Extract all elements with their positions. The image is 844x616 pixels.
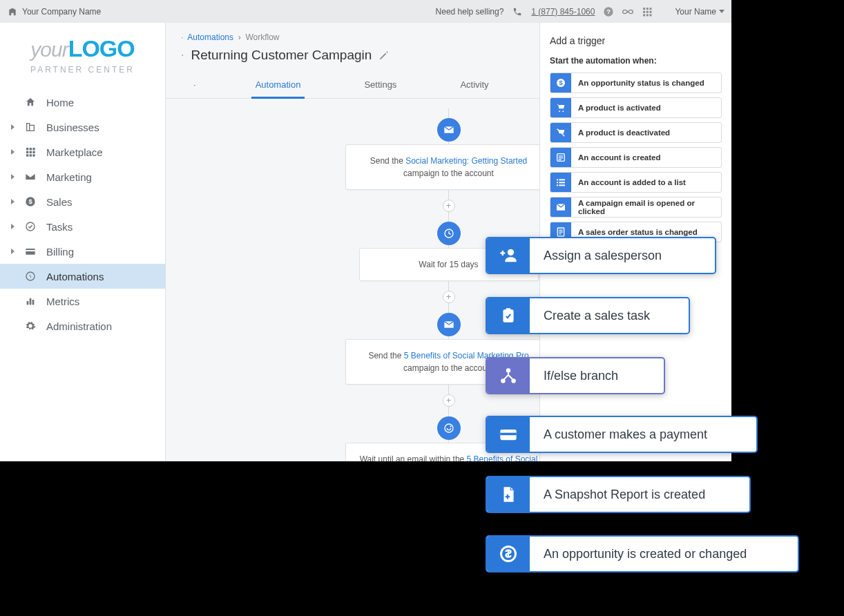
panel-subtitle: Start the automation when: (550, 56, 722, 66)
action-assign-salesperson[interactable]: Assign a salesperson (486, 237, 716, 274)
trigger-product-deactivated[interactable]: A product is deactivated (550, 122, 722, 143)
svg-rect-23 (26, 249, 35, 255)
caret-icon (11, 224, 15, 229)
help-icon[interactable]: ? (603, 6, 614, 17)
caret-icon (11, 124, 15, 130)
breadcrumb-root[interactable]: Automations (187, 32, 233, 42)
add-step-button[interactable]: + (443, 200, 455, 212)
tab-settings[interactable]: Settings (360, 73, 401, 98)
automations-icon (24, 270, 37, 282)
trigger-label: An account is created (571, 153, 668, 162)
phone-link[interactable]: 1 (877) 845-1060 (531, 7, 595, 17)
email-step-icon (437, 313, 461, 336)
svg-rect-53 (502, 251, 503, 256)
email-step-icon (437, 118, 461, 142)
step-text: Send the (368, 351, 403, 360)
svg-text:$: $ (28, 198, 32, 205)
action-opportunity-changed[interactable]: An opportunity is created or changed (486, 535, 799, 572)
branch-icon (487, 358, 530, 393)
dollar-circle-icon (487, 537, 530, 571)
nav-marketplace[interactable]: Marketplace (0, 139, 165, 164)
caret-icon (11, 199, 15, 204)
nav-administration[interactable]: Administration (0, 314, 165, 338)
trigger-label: An account is added to a list (571, 178, 693, 186)
nav-label: Marketing (46, 171, 92, 183)
step-text: campaign to the account (403, 169, 494, 178)
action-create-sales-task[interactable]: Create a sales task (486, 297, 690, 334)
dollar-icon: $ (550, 73, 571, 93)
svg-rect-2 (644, 8, 646, 10)
svg-rect-10 (650, 14, 652, 16)
svg-rect-45 (559, 184, 565, 186)
list-icon (550, 172, 571, 193)
nav-billing[interactable]: Billing (0, 239, 165, 264)
logo-subtitle: PARTNER CENTER (11, 65, 154, 75)
trigger-opportunity-status[interactable]: $ An opportunity status is changed (550, 73, 722, 93)
wait-until-step-icon (437, 416, 461, 440)
home-icon (24, 96, 37, 108)
marketplace-icon (24, 146, 37, 158)
svg-rect-15 (30, 151, 32, 153)
action-label: Create a sales task (530, 309, 664, 323)
svg-rect-39 (559, 160, 562, 160)
add-step-button[interactable]: + (443, 291, 455, 303)
svg-rect-43 (559, 182, 565, 183)
nav-label: Metrics (46, 296, 79, 307)
logo: yourLOGO PARTNER CENTER (0, 23, 165, 81)
svg-rect-3 (646, 8, 649, 10)
trigger-account-list[interactable]: An account is added to a list (550, 172, 722, 193)
topbar: Your Company Name Need help selling? 1 (… (0, 0, 731, 23)
action-snapshot-report[interactable]: A Snapshot Report is created (486, 476, 751, 513)
svg-point-33 (559, 110, 560, 112)
nav-metrics[interactable]: Metrics (0, 289, 165, 314)
svg-rect-44 (557, 184, 558, 186)
logo-part2: LOGO (68, 35, 135, 61)
action-customer-payment[interactable]: A customer makes a payment (486, 416, 758, 453)
svg-point-22 (26, 222, 35, 231)
step-send-campaign-1[interactable]: Send the Social Marketing: Getting Start… (345, 144, 553, 190)
trigger-product-activated[interactable]: A product is activated (550, 97, 722, 118)
edit-title-icon[interactable] (378, 50, 389, 61)
user-menu[interactable]: Your Name (675, 7, 725, 17)
apps-grid-icon[interactable] (642, 6, 653, 17)
username-label: Your Name (675, 7, 716, 17)
action-if-else-branch[interactable]: If/else branch (486, 357, 665, 394)
svg-rect-13 (32, 148, 35, 150)
nav-label: Businesses (46, 122, 99, 133)
svg-rect-12 (30, 148, 32, 150)
trigger-account-created[interactable]: An account is created (550, 147, 722, 168)
cart-icon (550, 97, 571, 118)
nav-tasks[interactable]: Tasks (0, 214, 165, 239)
nav-label: Sales (46, 196, 73, 208)
action-label: If/else branch (530, 369, 632, 383)
nav-marketing[interactable]: Marketing (0, 164, 165, 189)
nav-automations[interactable]: Automations (0, 264, 165, 289)
nav-label: Tasks (46, 221, 73, 233)
step-link[interactable]: Social Marketing: Getting Started (405, 156, 527, 166)
nav-home[interactable]: Home (0, 90, 165, 115)
account-icon (550, 147, 571, 168)
nav-label: Billing (46, 246, 74, 258)
logo-part1: your (30, 38, 68, 61)
businesses-icon (24, 121, 37, 133)
tab-automation[interactable]: Automation (251, 73, 305, 99)
nav-sales[interactable]: $ Sales (0, 189, 165, 214)
svg-rect-4 (650, 8, 652, 10)
nav: Home Businesses Marketplace Marketing $ … (0, 90, 165, 338)
trigger-email-opened[interactable]: A campaign email is opened or clicked (550, 197, 722, 218)
sidebar: yourLOGO PARTNER CENTER Home Businesses … (0, 23, 166, 461)
svg-rect-5 (644, 10, 646, 12)
nav-businesses[interactable]: Businesses (0, 115, 165, 139)
add-step-button[interactable]: + (443, 394, 455, 407)
panel-title: Add a trigger (550, 35, 722, 46)
tasks-icon (24, 220, 37, 233)
nav-label: Home (46, 97, 74, 108)
infinity-icon[interactable] (622, 6, 633, 17)
svg-rect-11 (26, 148, 28, 150)
tab-activity[interactable]: Activity (456, 73, 492, 98)
step-text: campaign to the account (403, 363, 494, 373)
svg-point-30 (445, 424, 453, 432)
action-label: A customer makes a payment (530, 427, 721, 442)
page-title: Returning Customer Campagin (191, 48, 372, 63)
svg-rect-62 (506, 496, 510, 497)
